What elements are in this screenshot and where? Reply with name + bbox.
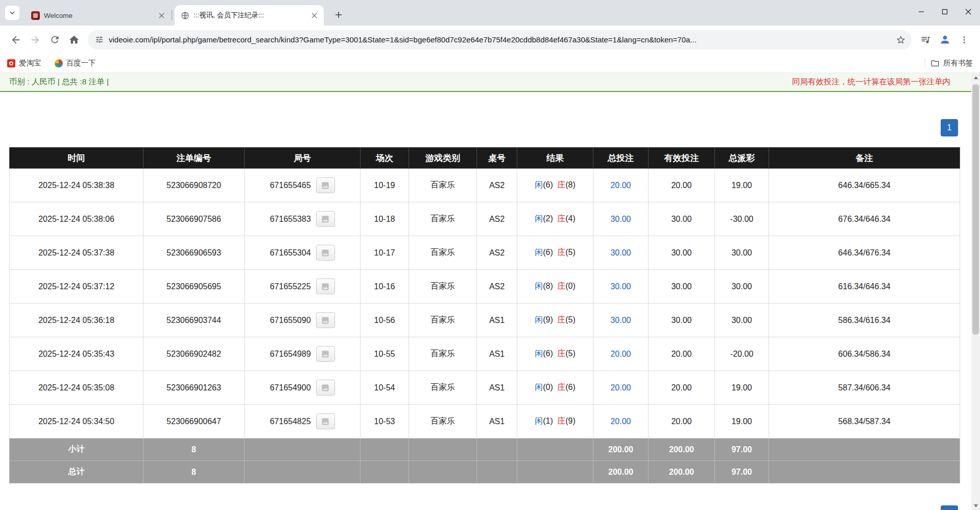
col-total-bet: 总投注 bbox=[593, 148, 649, 169]
tab-welcome[interactable]: Welcome bbox=[25, 5, 171, 26]
taobao-icon bbox=[7, 59, 15, 67]
cell-remark: 586.34/616.34 bbox=[769, 304, 960, 337]
result-player-score: (6) bbox=[543, 180, 553, 189]
cell-total-bet[interactable]: 30.00 bbox=[610, 215, 631, 223]
col-round: 局号 bbox=[245, 148, 361, 169]
bookmark-baidu[interactable]: 百度一下 bbox=[55, 58, 96, 68]
bookmark-star-icon[interactable] bbox=[893, 32, 909, 48]
cell-game: 百家乐 bbox=[409, 169, 477, 202]
round-number: 671654989 bbox=[270, 350, 310, 359]
address-bar[interactable]: videoie.com/ipl/portal.php/game/betrecor… bbox=[88, 30, 912, 50]
total-payout: 97.00 bbox=[715, 461, 769, 483]
bookmark-label: 百度一下 bbox=[66, 58, 96, 68]
cell-remark: 606.34/586.34 bbox=[769, 337, 960, 371]
tab-title: Welcome bbox=[44, 12, 153, 19]
col-time: 时间 bbox=[10, 148, 144, 169]
result-banker-score: (4) bbox=[565, 214, 576, 223]
round-replay-button[interactable] bbox=[316, 279, 335, 294]
vertical-scrollbar[interactable] bbox=[971, 73, 980, 510]
tab-close-icon[interactable] bbox=[157, 11, 166, 20]
round-number: 671655465 bbox=[270, 181, 310, 190]
tab-strip: Welcome :::视讯, 会员下注纪录::: bbox=[0, 0, 980, 26]
result-player: 闲 bbox=[535, 282, 543, 290]
cell-game: 百家乐 bbox=[409, 337, 477, 371]
cell-valid-bet: 30.00 bbox=[649, 202, 715, 236]
result-player-score: (1) bbox=[543, 416, 553, 425]
bookmark-aitaobao[interactable]: 爱淘宝 bbox=[7, 58, 41, 68]
result-banker-score: (5) bbox=[565, 248, 576, 257]
bet-record-table: 时间 注单编号 局号 场次 游戏类别 桌号 结果 总投注 有效投注 总派彩 备注… bbox=[9, 147, 960, 483]
cell-bet-id: 523066901263 bbox=[144, 371, 245, 405]
round-replay-button[interactable] bbox=[316, 312, 335, 328]
cell-total-bet[interactable]: 20.00 bbox=[610, 417, 631, 426]
refresh-button[interactable] bbox=[45, 30, 64, 50]
pagination-page-1-bottom[interactable]: 1 bbox=[941, 505, 958, 510]
tab-betrecord[interactable]: :::视讯, 会员下注纪录::: bbox=[175, 5, 324, 26]
back-button[interactable] bbox=[6, 30, 26, 50]
subtotal-payout: 97.00 bbox=[715, 438, 769, 461]
cell-total-bet[interactable]: 20.00 bbox=[610, 350, 631, 358]
total-valid-bet: 200.00 bbox=[649, 461, 715, 483]
url-text[interactable]: videoie.com/ipl/portal.php/game/betrecor… bbox=[109, 35, 888, 44]
tab-close-icon[interactable] bbox=[309, 11, 319, 20]
profile-icon[interactable] bbox=[935, 30, 954, 50]
forward-button[interactable] bbox=[26, 30, 45, 50]
round-number: 671655225 bbox=[270, 282, 310, 291]
cell-total-bet[interactable]: 30.00 bbox=[610, 282, 631, 291]
round-replay-button[interactable] bbox=[316, 245, 335, 261]
total-total-bet: 200.00 bbox=[593, 461, 649, 483]
round-replay-button[interactable] bbox=[316, 177, 335, 193]
pagination-page-1-top[interactable]: 1 bbox=[941, 119, 958, 136]
close-window-button[interactable] bbox=[957, 0, 980, 24]
result-player: 闲 bbox=[535, 214, 543, 223]
result-player: 闲 bbox=[535, 383, 543, 391]
menu-icon[interactable] bbox=[954, 30, 974, 50]
cell-total-bet[interactable]: 20.00 bbox=[610, 181, 631, 190]
round-number: 671655304 bbox=[270, 248, 310, 258]
total-label: 总计 bbox=[10, 461, 144, 483]
total-row: 总计 8 200.00 200.00 97.00 bbox=[10, 461, 960, 483]
cell-bet-id: 523066905695 bbox=[144, 270, 245, 304]
cell-total-bet[interactable]: 20.00 bbox=[610, 383, 631, 392]
cell-remark: 587.34/606.34 bbox=[769, 371, 960, 405]
round-number: 671654825 bbox=[270, 417, 310, 426]
scroll-down-arrow-icon[interactable] bbox=[971, 501, 980, 510]
bookmark-label: 爱淘宝 bbox=[19, 58, 41, 68]
cell-session: 10-16 bbox=[361, 270, 409, 304]
page-content: 币别 : 人民币 | 总共 :8 注单 | 同局有效投注，统一计算在该局第一张注… bbox=[0, 73, 980, 510]
round-replay-button[interactable] bbox=[316, 380, 335, 396]
table-row: 2025-12-24 05:38:06 523066907586 6716553… bbox=[10, 202, 960, 236]
all-bookmarks-button[interactable]: 所有书签 bbox=[930, 58, 973, 68]
cell-valid-bet: 20.00 bbox=[649, 337, 715, 371]
photo-icon bbox=[321, 249, 330, 257]
cell-table: AS1 bbox=[477, 337, 517, 371]
media-controls-icon[interactable] bbox=[916, 30, 935, 50]
result-banker-score: (5) bbox=[565, 349, 576, 358]
table-header-row: 时间 注单编号 局号 场次 游戏类别 桌号 结果 总投注 有效投注 总派彩 备注 bbox=[10, 148, 960, 169]
table-row: 2025-12-24 05:37:38 523066906593 6716553… bbox=[10, 236, 960, 270]
site-info-icon[interactable] bbox=[95, 35, 104, 44]
subtotal-row: 小计 8 200.00 200.00 97.00 bbox=[10, 438, 960, 461]
col-game-type: 游戏类别 bbox=[409, 148, 477, 169]
cell-payout: -20.00 bbox=[715, 337, 769, 371]
cell-table: AS1 bbox=[477, 371, 517, 405]
cell-time: 2025-12-24 05:38:06 bbox=[10, 202, 144, 236]
home-button[interactable] bbox=[64, 30, 84, 50]
new-tab-button[interactable] bbox=[331, 7, 346, 22]
maximize-button[interactable] bbox=[933, 0, 957, 24]
round-replay-button[interactable] bbox=[316, 413, 335, 429]
minimize-button[interactable] bbox=[910, 0, 933, 24]
scrollbar-thumb[interactable] bbox=[972, 84, 979, 335]
cell-remark: 676.34/646.34 bbox=[769, 202, 960, 236]
cell-total-bet[interactable]: 30.00 bbox=[610, 248, 631, 257]
result-banker: 庄 bbox=[557, 180, 565, 189]
photo-icon bbox=[321, 316, 330, 324]
tab-search-chevron-icon[interactable] bbox=[5, 6, 19, 20]
cell-remark: 646.34/676.34 bbox=[769, 236, 960, 270]
cell-table: AS1 bbox=[477, 405, 517, 438]
cell-total-bet[interactable]: 30.00 bbox=[610, 316, 631, 324]
round-replay-button[interactable] bbox=[316, 211, 335, 227]
round-replay-button[interactable] bbox=[316, 346, 335, 362]
scroll-up-arrow-icon[interactable] bbox=[971, 73, 980, 82]
result-banker-score: (9) bbox=[565, 416, 576, 425]
